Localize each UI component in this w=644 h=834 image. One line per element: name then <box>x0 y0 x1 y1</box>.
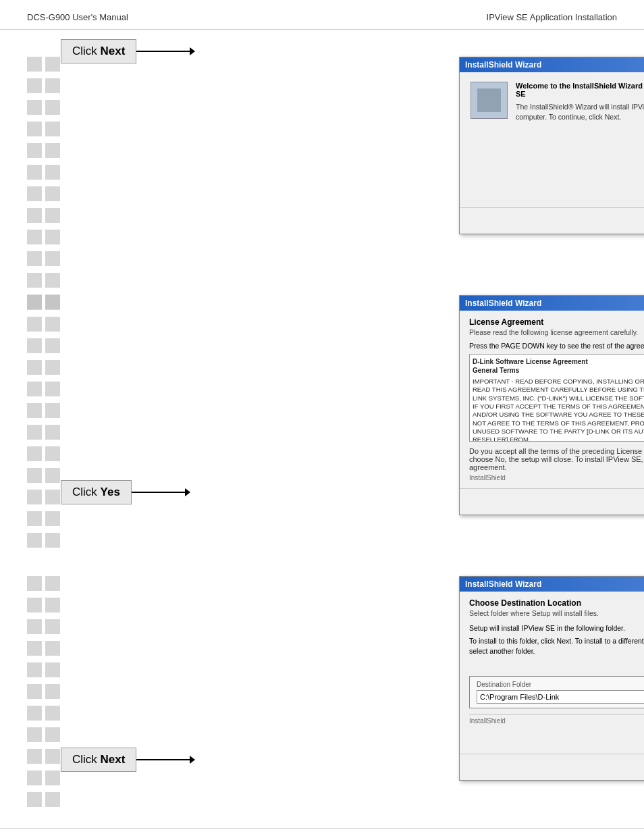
dialog-1-title: InstallShield Wizard <box>465 60 541 70</box>
section1: Click Next InstallShield Wizard ✕ <box>0 57 644 234</box>
click-next-label-2: Click Next <box>61 748 136 772</box>
license-title: D-Link Software License Agreement <box>473 357 644 366</box>
license-question: Do you accept all the terms of the prece… <box>469 447 644 471</box>
dialog-3-title: InstallShield Wizard <box>465 579 541 589</box>
dialog-2-sub: Please read the following license agreem… <box>469 328 644 336</box>
dialog-3-sub: Select folder where Setup will install f… <box>469 609 644 617</box>
header-left: DCS-G900 User's Manual <box>27 12 128 22</box>
page-header: DCS-G900 User's Manual IPView SE Applica… <box>0 0 644 30</box>
dest-folder-input[interactable] <box>477 690 644 704</box>
page-footer: D-Link Systems, Inc. 44 <box>0 828 644 834</box>
welcome-heading: Welcome to the InstallShield Wizard for … <box>516 82 644 98</box>
installshield-label-3: InstallShield <box>469 714 644 725</box>
setup-text: Setup will install IPView SE in the foll… <box>469 624 644 632</box>
dialog-2: InstallShield Wizard ✕ License Agreement… <box>230 295 644 515</box>
dialog-3-titlebar: InstallShield Wizard ✕ <box>460 577 644 592</box>
dialog-2-section-title: License Agreement <box>469 317 644 327</box>
content-area: Click Next InstallShield Wizard ✕ <box>0 30 644 814</box>
dest-folder-box: Destination Folder Browse... <box>469 676 644 708</box>
dialog-3-section-title: Choose Destination Location <box>469 598 644 608</box>
license-body: IMPORTANT - READ BEFORE COPYING, INSTALL… <box>473 377 644 442</box>
license-text-area: D-Link Software License Agreement Genera… <box>469 354 644 442</box>
installshield-label-2: InstallShield <box>469 474 644 481</box>
dialog-2-titlebar: InstallShield Wizard ✕ <box>460 296 644 311</box>
dialog-1-titlebar: InstallShield Wizard ✕ <box>460 57 644 72</box>
click-next-label-1: Click Next <box>61 39 136 63</box>
click-yes-label: Click Yes <box>61 480 132 504</box>
dialog-1: InstallShield Wizard ✕ Wel <box>230 57 644 234</box>
section3: Click Next InstallShield Wizard ✕ <box>0 576 644 781</box>
section2: Click Yes InstallShield Wizard ✕ <box>0 295 644 515</box>
install-instructions: To install to this folder, click Next. T… <box>469 636 644 656</box>
dialog-3: InstallShield Wizard ✕ Choose Destinatio… <box>230 576 644 781</box>
license-instruction: Press the PAGE DOWN key to see the rest … <box>469 342 644 350</box>
welcome-text: The InstallShield® Wizard will install I… <box>516 102 644 122</box>
dest-folder-label: Destination Folder <box>477 681 644 688</box>
dialog-1-footer: < Back Next > Cancel <box>460 207 644 234</box>
dialog-3-footer: < Back Next > Cancel <box>460 754 644 780</box>
dialog-2-title: InstallShield Wizard <box>465 298 541 308</box>
dialog-2-footer: < Back Yes No <box>460 488 644 515</box>
license-subtitle: General Terms <box>473 366 644 375</box>
header-right: IPView SE Application Installation <box>487 12 617 22</box>
